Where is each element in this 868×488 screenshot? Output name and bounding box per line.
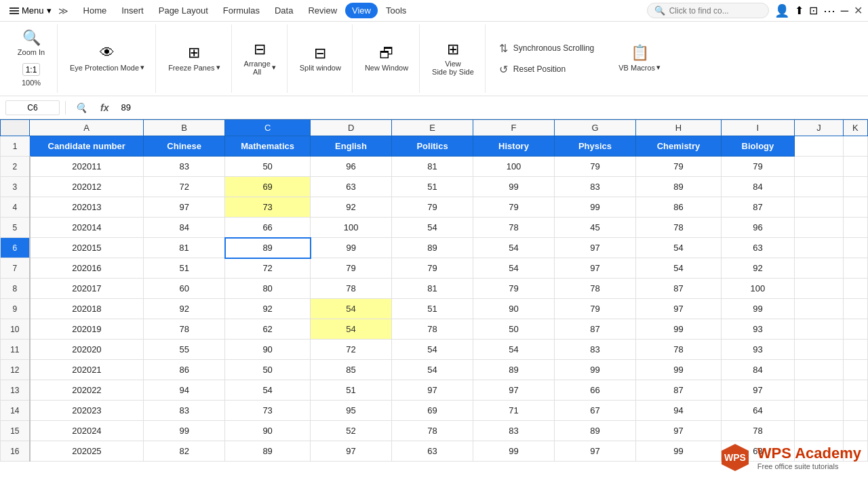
cell-9-1[interactable]: 202018 [30, 299, 144, 319]
header-english[interactable]: English [311, 136, 392, 157]
cell-7-8[interactable]: 54 [635, 258, 721, 279]
cell-6-1[interactable]: 202015 [30, 238, 144, 258]
cell-5-9[interactable]: 96 [721, 218, 794, 238]
cell-13-7[interactable]: 66 [555, 380, 636, 401]
new-window-button[interactable]: 🗗 New Window [359, 43, 414, 75]
close-icon[interactable]: ✕ [854, 4, 863, 17]
col-header-E[interactable]: E [392, 120, 473, 136]
cell-11-8[interactable]: 78 [635, 340, 721, 360]
cell-4-7[interactable]: 99 [555, 197, 636, 218]
cell-2-4[interactable]: 96 [311, 157, 392, 177]
cell-7-5[interactable]: 79 [392, 258, 473, 279]
view-side-by-side-button[interactable]: ⊞ ViewSide by Side [427, 39, 479, 79]
cell-5-3[interactable]: 66 [225, 218, 311, 238]
eye-protection-button[interactable]: 👁 Eye Protection Mode ▾ [64, 43, 150, 75]
cell-2-2[interactable]: 83 [144, 157, 225, 177]
cell-4-3[interactable]: 73 [225, 197, 311, 218]
cell-6-5[interactable]: 89 [392, 238, 473, 258]
cell-3-9[interactable]: 84 [721, 177, 794, 197]
cell-4-8[interactable]: 86 [635, 197, 721, 218]
cell-14-2[interactable]: 83 [144, 401, 225, 421]
cell-8-2[interactable]: 60 [144, 279, 225, 299]
cell-13-6[interactable]: 97 [473, 380, 555, 401]
formula-input[interactable] [118, 101, 863, 114]
zoom-formula-icon[interactable]: 🔍 [71, 102, 91, 113]
cell-14-6[interactable]: 71 [473, 401, 555, 421]
cell-11-9[interactable]: 93 [721, 340, 794, 360]
cell-10-2[interactable]: 78 [144, 319, 225, 340]
tab-home[interactable]: Home [77, 3, 114, 18]
cell-14-3[interactable]: 73 [225, 401, 311, 421]
sync-scroll-row[interactable]: ⇅ Synchronous Scrolling [495, 41, 598, 56]
cell-7-1[interactable]: 202016 [30, 258, 144, 279]
cell-7-9[interactable]: 92 [721, 258, 794, 279]
cell-12-4[interactable]: 85 [311, 360, 392, 380]
cell-8-5[interactable]: 81 [392, 279, 473, 299]
cell-5-2[interactable]: 84 [144, 218, 225, 238]
cell-14-8[interactable]: 94 [635, 401, 721, 421]
cell-6-9[interactable]: 63 [721, 238, 794, 258]
cell-15-7[interactable]: 89 [555, 421, 636, 441]
cell-10-1[interactable]: 202019 [30, 319, 144, 340]
cell-14-5[interactable]: 69 [392, 401, 473, 421]
cell-7-4[interactable]: 79 [311, 258, 392, 279]
cell-16-2[interactable]: 82 [144, 441, 225, 462]
tab-view[interactable]: View [345, 3, 378, 18]
freeze-panes-button[interactable]: ⊞ Freeze Panes ▾ [163, 43, 225, 75]
menu-button[interactable]: Menu ▾ [5, 4, 56, 17]
zoom-in-button[interactable]: 🔍 Zoom In [11, 28, 52, 59]
cell-15-9[interactable]: 78 [721, 421, 794, 441]
search-box[interactable]: 🔍 [647, 3, 769, 18]
cell-13-5[interactable]: 97 [392, 380, 473, 401]
cell-2-1[interactable]: 202011 [30, 157, 144, 177]
cell-2-7[interactable]: 79 [555, 157, 636, 177]
cell-15-1[interactable]: 202024 [30, 421, 144, 441]
row-num-7[interactable]: 7 [1, 258, 30, 279]
cell-4-1[interactable]: 202013 [30, 197, 144, 218]
cell-3-3[interactable]: 69 [225, 177, 311, 197]
col-header-K[interactable]: K [843, 120, 867, 136]
cell-6-3[interactable]: 89 [225, 238, 311, 258]
cell-16-6[interactable]: 99 [473, 441, 555, 462]
cell-14-7[interactable]: 67 [555, 401, 636, 421]
cell-11-7[interactable]: 83 [555, 340, 636, 360]
row-num-9[interactable]: 9 [1, 299, 30, 319]
cell-13-8[interactable]: 87 [635, 380, 721, 401]
cell-12-5[interactable]: 54 [392, 360, 473, 380]
row-num-12[interactable]: 12 [1, 360, 30, 380]
cell-13-1[interactable]: 202022 [30, 380, 144, 401]
cell-12-2[interactable]: 86 [144, 360, 225, 380]
cell-4-4[interactable]: 92 [311, 197, 392, 218]
cell-8-9[interactable]: 100 [721, 279, 794, 299]
col-header-A[interactable]: A [30, 120, 144, 136]
cell-9-7[interactable]: 79 [555, 299, 636, 319]
cell-3-4[interactable]: 63 [311, 177, 392, 197]
cell-8-4[interactable]: 78 [311, 279, 392, 299]
cell-14-1[interactable]: 202023 [30, 401, 144, 421]
search-input[interactable] [669, 6, 757, 16]
cell-3-7[interactable]: 83 [555, 177, 636, 197]
tab-review[interactable]: Review [301, 3, 344, 18]
zoom-percent-button[interactable]: 1:1 100% [11, 60, 52, 89]
cell-10-3[interactable]: 62 [225, 319, 311, 340]
row-num-3[interactable]: 3 [1, 177, 30, 197]
cell-6-6[interactable]: 54 [473, 238, 555, 258]
cell-12-6[interactable]: 89 [473, 360, 555, 380]
header-candidate[interactable]: Candidate number [30, 136, 144, 157]
cell-14-4[interactable]: 95 [311, 401, 392, 421]
cell-14-9[interactable]: 64 [721, 401, 794, 421]
minimize-icon[interactable]: ─ [841, 5, 848, 17]
cell-8-8[interactable]: 87 [635, 279, 721, 299]
cell-3-2[interactable]: 72 [144, 177, 225, 197]
header-biology[interactable]: Biology [721, 136, 794, 157]
cell-16-4[interactable]: 97 [311, 441, 392, 462]
col-header-D[interactable]: D [311, 120, 392, 136]
cell-8-1[interactable]: 202017 [30, 279, 144, 299]
row-num-4[interactable]: 4 [1, 197, 30, 218]
row-num-5[interactable]: 5 [1, 218, 30, 238]
cell-13-3[interactable]: 54 [225, 380, 311, 401]
cell-9-4[interactable]: 54 [311, 299, 392, 319]
cell-10-9[interactable]: 93 [721, 319, 794, 340]
cell-3-8[interactable]: 89 [635, 177, 721, 197]
cell-9-3[interactable]: 92 [225, 299, 311, 319]
